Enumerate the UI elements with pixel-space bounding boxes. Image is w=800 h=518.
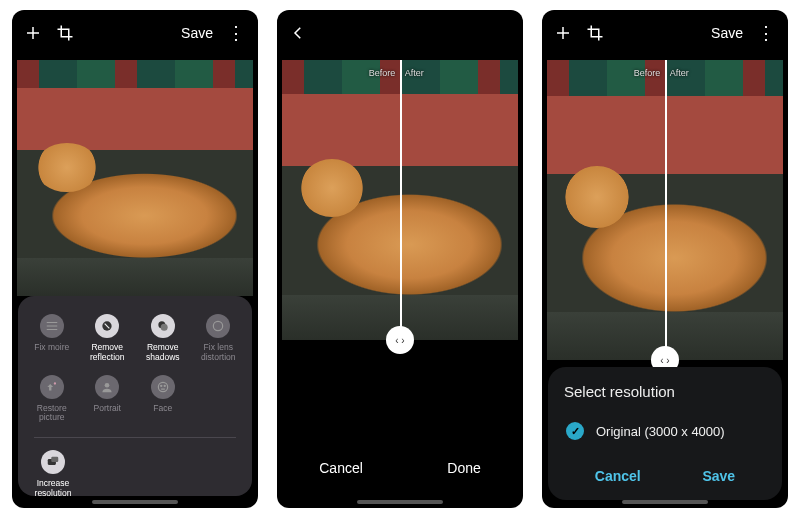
home-indicator — [92, 500, 178, 504]
before-label: Before — [369, 68, 396, 78]
tools-panel: Fix moireRemove reflectionRemove shadows… — [18, 296, 252, 496]
more-icon[interactable]: ⋮ — [227, 24, 246, 42]
cancel-button[interactable]: Cancel — [299, 450, 383, 486]
after-label: After — [405, 68, 424, 78]
sheet-title: Select resolution — [564, 383, 766, 400]
check-icon: ✓ — [566, 422, 584, 440]
compare-handle-icon[interactable]: ‹ › — [386, 326, 414, 354]
tool-label: Increase resolution — [26, 479, 80, 499]
add-icon[interactable] — [24, 24, 42, 42]
tool-restore-picture[interactable]: Restore picture — [24, 371, 80, 428]
crop-icon[interactable] — [586, 24, 604, 42]
action-row: Cancel Done — [277, 450, 523, 486]
crop-icon[interactable] — [56, 24, 74, 42]
increase-resolution-icon — [41, 450, 65, 474]
resolution-sheet: Select resolution ✓ Original (3000 x 400… — [548, 367, 782, 500]
svg-point-4 — [54, 382, 56, 384]
portrait-icon — [95, 375, 119, 399]
svg-point-5 — [105, 382, 110, 387]
tool-fix-lens-distortion[interactable]: Fix lens distortion — [191, 310, 247, 367]
compare-divider[interactable] — [665, 60, 667, 360]
tool-remove-shadows[interactable]: Remove shadows — [135, 310, 191, 367]
tool-label: Remove shadows — [136, 343, 190, 363]
photo-preview — [17, 60, 253, 296]
tool-label: Remove reflection — [80, 343, 134, 363]
home-indicator — [622, 500, 708, 504]
resolution-option[interactable]: ✓ Original (3000 x 4000) — [564, 418, 766, 452]
tool-label: Fix moire — [34, 343, 69, 353]
remove-reflection-icon — [95, 314, 119, 338]
tool-remove-reflection[interactable]: Remove reflection — [80, 310, 136, 367]
svg-rect-10 — [51, 457, 58, 462]
face-icon — [151, 375, 175, 399]
cancel-button[interactable]: Cancel — [575, 458, 661, 494]
save-button[interactable]: Save — [682, 458, 755, 494]
restore-picture-icon — [40, 375, 64, 399]
back-icon[interactable] — [289, 24, 307, 42]
tool-fix-moire[interactable]: Fix moire — [24, 310, 80, 367]
photo-compare[interactable]: Before After ‹ › — [282, 60, 518, 340]
svg-point-2 — [160, 324, 167, 331]
svg-point-6 — [158, 382, 167, 391]
tool-label: Fix lens distortion — [191, 343, 245, 363]
more-icon[interactable]: ⋮ — [757, 24, 776, 42]
tool-label: Portrait — [94, 404, 121, 414]
tool-portrait[interactable]: Portrait — [80, 371, 136, 428]
tool-label: Face — [153, 404, 172, 414]
done-button[interactable]: Done — [427, 450, 500, 486]
tool-face[interactable]: Face — [135, 371, 191, 428]
remove-shadows-icon — [151, 314, 175, 338]
fix-lens-distortion-icon — [206, 314, 230, 338]
save-button[interactable]: Save — [711, 25, 743, 41]
option-label: Original (3000 x 4000) — [596, 424, 725, 439]
topbar: Save ⋮ — [12, 10, 258, 56]
svg-point-8 — [164, 385, 165, 386]
divider — [34, 437, 236, 438]
topbar: Save ⋮ — [542, 10, 788, 56]
fix-moire-icon — [40, 314, 64, 338]
topbar — [277, 10, 523, 56]
home-indicator — [357, 500, 443, 504]
before-label: Before — [634, 68, 661, 78]
screen-editor-tools: Save ⋮ Fix moireRemove reflectionRemove … — [12, 10, 258, 508]
screen-compare: Before After ‹ › Cancel Done — [277, 10, 523, 508]
svg-rect-3 — [214, 321, 223, 330]
tool-increase-resolution[interactable]: Increase resolution — [24, 446, 82, 503]
svg-point-7 — [160, 385, 161, 386]
save-button[interactable]: Save — [181, 25, 213, 41]
after-label: After — [670, 68, 689, 78]
add-icon[interactable] — [554, 24, 572, 42]
photo-compare[interactable]: Before After ‹ › — [547, 60, 783, 360]
tool-label: Restore picture — [25, 404, 79, 424]
compare-divider[interactable] — [400, 60, 402, 340]
screen-resolution-sheet: Save ⋮ Before After ‹ › Select resolutio… — [542, 10, 788, 508]
